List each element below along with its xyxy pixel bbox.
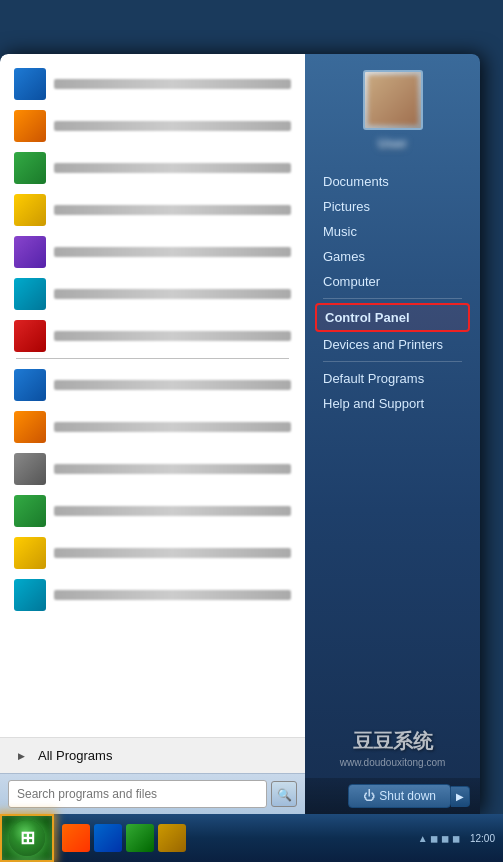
avatar-image	[368, 75, 418, 125]
taskbar-running-apps	[54, 814, 410, 862]
taskbar-icon-3[interactable]	[126, 824, 154, 852]
all-programs-label: All Programs	[38, 748, 112, 763]
app-name-7	[54, 331, 291, 341]
taskbar-icon-2[interactable]	[94, 824, 122, 852]
menu-item-13[interactable]	[8, 575, 297, 615]
app-name-9	[54, 422, 291, 432]
search-icon	[277, 785, 292, 803]
app-icon-6	[14, 278, 46, 310]
menu-item-6[interactable]	[8, 274, 297, 314]
start-menu: All Programs User Documents Pictures Mus…	[0, 54, 480, 814]
menu-item-12[interactable]	[8, 533, 297, 573]
all-programs-arrow-icon	[14, 749, 28, 763]
shutdown-label: Shut down	[379, 789, 436, 803]
menu-item-7[interactable]	[8, 316, 297, 356]
tray-icons: ▲ ◼ ◼ ◼	[418, 833, 460, 844]
bottom-right-section: Shut down ▶	[305, 778, 480, 814]
link-music[interactable]: Music	[315, 219, 470, 244]
search-input-wrapper	[8, 780, 267, 808]
app-icon-12	[14, 537, 46, 569]
app-name-10	[54, 464, 291, 474]
watermark-section: 豆豆系统 www.doudouxitong.com	[305, 718, 480, 778]
app-name-1	[54, 79, 291, 89]
app-name-3	[54, 163, 291, 173]
app-name-12	[54, 548, 291, 558]
start-orb: ⊞	[9, 820, 45, 856]
link-default-programs[interactable]: Default Programs	[315, 366, 470, 391]
menu-item-1[interactable]	[8, 64, 297, 104]
menu-item-10[interactable]	[8, 449, 297, 489]
app-name-11	[54, 506, 291, 516]
app-icon-3	[14, 152, 46, 184]
link-pictures[interactable]: Pictures	[315, 194, 470, 219]
pinned-programs-list	[0, 54, 305, 737]
link-games[interactable]: Games	[315, 244, 470, 269]
app-icon-1	[14, 68, 46, 100]
app-name-8	[54, 380, 291, 390]
taskbar: ⊞ ▲ ◼ ◼ ◼ 12:00	[0, 814, 503, 862]
system-tray: ▲ ◼ ◼ ◼ 12:00	[410, 833, 503, 844]
link-help-support[interactable]: Help and Support	[315, 391, 470, 416]
clock: 12:00	[470, 833, 495, 844]
menu-item-11[interactable]	[8, 491, 297, 531]
app-icon-13	[14, 579, 46, 611]
app-name-13	[54, 590, 291, 600]
menu-item-5[interactable]	[8, 232, 297, 272]
left-panel: All Programs	[0, 54, 305, 814]
app-name-6	[54, 289, 291, 299]
app-icon-11	[14, 495, 46, 527]
start-button[interactable]: ⊞	[0, 814, 54, 862]
app-icon-2	[14, 110, 46, 142]
app-icon-5	[14, 236, 46, 268]
app-icon-9	[14, 411, 46, 443]
app-icon-10	[14, 453, 46, 485]
shutdown-button[interactable]: Shut down	[348, 784, 451, 808]
all-programs-button[interactable]: All Programs	[8, 742, 297, 769]
shutdown-arrow-button[interactable]: ▶	[451, 786, 470, 807]
menu-item-4[interactable]	[8, 190, 297, 230]
power-icon	[363, 789, 375, 803]
search-input[interactable]	[17, 787, 258, 801]
app-icon-8	[14, 369, 46, 401]
link-documents[interactable]: Documents	[315, 169, 470, 194]
right-panel-divider	[323, 298, 463, 299]
menu-item-3[interactable]	[8, 148, 297, 188]
watermark-cn-text: 豆豆系统	[315, 728, 470, 755]
search-bar-area	[0, 773, 305, 814]
username-label: User	[378, 136, 407, 151]
watermark-url-text: www.doudouxitong.com	[315, 757, 470, 768]
chevron-right-icon: ▶	[456, 791, 464, 802]
menu-item-9[interactable]	[8, 407, 297, 447]
link-devices-printers[interactable]: Devices and Printers	[315, 332, 470, 357]
app-icon-7	[14, 320, 46, 352]
user-section: User	[305, 54, 480, 161]
menu-item-2[interactable]	[8, 106, 297, 146]
search-button[interactable]	[271, 781, 297, 807]
app-name-2	[54, 121, 291, 131]
bottom-section: All Programs	[0, 737, 305, 773]
taskbar-icon-4[interactable]	[158, 824, 186, 852]
avatar	[363, 70, 423, 130]
link-control-panel[interactable]: Control Panel	[315, 303, 470, 332]
app-name-5	[54, 247, 291, 257]
menu-item-8[interactable]	[8, 365, 297, 405]
right-panel: User Documents Pictures Music Games Comp…	[305, 54, 480, 814]
right-links-list: Documents Pictures Music Games Computer …	[305, 161, 480, 718]
right-panel-divider-2	[323, 361, 463, 362]
app-icon-4	[14, 194, 46, 226]
link-computer[interactable]: Computer	[315, 269, 470, 294]
taskbar-icon-1[interactable]	[62, 824, 90, 852]
windows-logo-icon: ⊞	[20, 827, 35, 849]
app-name-4	[54, 205, 291, 215]
